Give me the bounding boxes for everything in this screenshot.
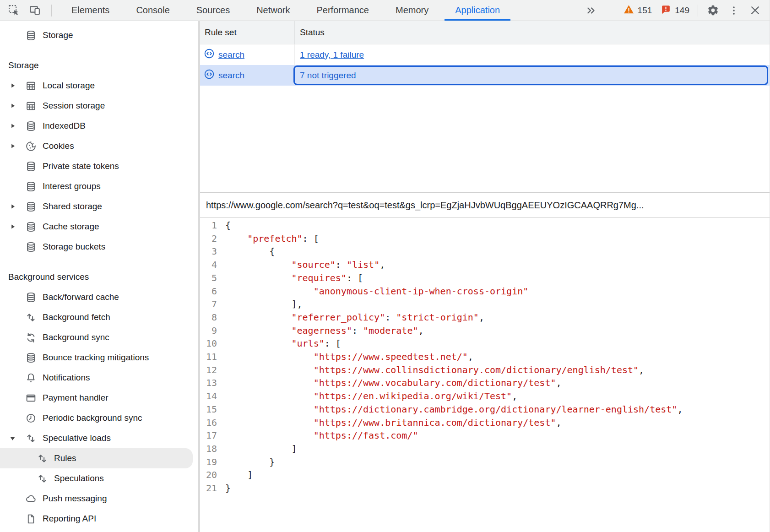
sidebar-item-storage-buckets[interactable]: Storage buckets [0, 237, 193, 257]
chevron-down-icon[interactable] [0, 435, 25, 441]
sidebar-item-label: Speculative loads [43, 433, 111, 443]
line-number: 15 [200, 403, 217, 416]
error-count: 149 [675, 5, 689, 16]
chevron-right-icon[interactable] [0, 143, 25, 149]
card-icon [25, 392, 37, 404]
code-line: "https://www.collinsdictionary.com/dicti… [225, 364, 683, 377]
tab-console[interactable]: Console [123, 0, 183, 21]
chevron-right-icon[interactable] [0, 103, 25, 109]
sidebar-item-interest-groups[interactable]: Interest groups [0, 176, 193, 196]
warnings-counter[interactable]: 151 [623, 4, 652, 17]
sidebar-item-label: Private state tokens [43, 161, 119, 171]
sidebar-item-speculations[interactable]: Speculations [0, 468, 193, 489]
sidebar-item-local-storage[interactable]: Local storage [0, 76, 193, 96]
chevron-right-icon[interactable] [0, 83, 25, 88]
code-line: "prefetch": [ [225, 232, 683, 245]
close-icon[interactable] [747, 2, 763, 19]
chevron-right-icon[interactable] [0, 224, 25, 229]
sidebar-item-rules[interactable]: Rules [0, 448, 193, 468]
sidebar-item-cookies[interactable]: Cookies [0, 136, 193, 156]
line-number: 6 [200, 285, 217, 298]
line-number: 17 [200, 429, 217, 442]
line-number: 7 [200, 298, 217, 311]
sidebar-item-shared-storage[interactable]: Shared storage [0, 196, 193, 217]
sidebar-item-bounce-tracking-mitigations[interactable]: Bounce tracking mitigations [0, 347, 193, 368]
sidebar-item-label: Reporting API [43, 514, 96, 524]
speculative-loads-main: Rule set Status search1 ready, 1 failure… [200, 21, 770, 532]
application-sidebar[interactable]: StorageStorageLocal storageSession stora… [0, 21, 200, 532]
clock-icon [25, 413, 37, 424]
code-line: } [225, 456, 683, 469]
line-number: 9 [200, 324, 217, 337]
cloud-icon [25, 493, 37, 505]
settings-gear-icon[interactable] [705, 2, 721, 19]
tab-performance[interactable]: Performance [304, 0, 383, 21]
ruleset-link[interactable]: search [218, 50, 244, 60]
chevron-right-icon[interactable] [0, 123, 25, 129]
code-line: "requires": [ [225, 271, 683, 285]
tab-network[interactable]: Network [243, 0, 303, 21]
code-line: } [225, 482, 683, 495]
status-link[interactable]: 7 not triggered [300, 71, 356, 81]
code-line: "https://en.wikipedia.org/wiki/Test", [225, 390, 683, 403]
sidebar-section-title-background-services: Background services [0, 267, 198, 287]
column-header-status[interactable]: Status [295, 21, 325, 44]
ruleset-table-empty [200, 86, 770, 192]
sidebar-item-label: Cache storage [43, 222, 99, 232]
column-header-rule-set[interactable]: Rule set [200, 21, 295, 44]
inspect-icon[interactable] [5, 2, 22, 19]
sidebar-item-label: Periodic background sync [43, 413, 142, 423]
sync-icon [25, 332, 37, 343]
sidebar-item-label: Push messaging [43, 494, 107, 504]
errors-counter[interactable]: 149 [660, 4, 689, 17]
sidebar-item-label: IndexedDB [43, 121, 86, 131]
code-circle-icon [204, 69, 215, 82]
sidebar-item-label: Bounce tracking mitigations [43, 353, 149, 363]
database-icon [25, 120, 37, 132]
table-row[interactable]: search7 not triggered [200, 65, 770, 86]
tab-elements[interactable]: Elements [58, 0, 123, 21]
database-icon [25, 161, 37, 172]
line-number: 16 [200, 416, 217, 429]
sidebar-item-back-forward-cache[interactable]: Back/forward cache [0, 287, 193, 307]
ruleset-source-url: https://www.google.com/search?q=test&oq=… [200, 193, 770, 218]
tab-application[interactable]: Application [442, 0, 513, 21]
tab-sources[interactable]: Sources [183, 0, 243, 21]
table-row[interactable]: search1 ready, 1 failure [200, 44, 770, 65]
ruleset-table-rows: search1 ready, 1 failuresearch7 not trig… [200, 44, 770, 86]
devtools-content: StorageStorageLocal storageSession stora… [0, 21, 770, 532]
line-number: 14 [200, 390, 217, 403]
sidebar-item-background-fetch[interactable]: Background fetch [0, 307, 193, 327]
more-tabs-button[interactable] [583, 2, 599, 19]
line-number: 21 [200, 482, 217, 495]
updown-icon [37, 473, 48, 484]
database-icon [25, 201, 37, 212]
code-circle-icon [204, 48, 215, 61]
sidebar-item-indexeddb[interactable]: IndexedDB [0, 116, 193, 136]
sidebar-item-private-state-tokens[interactable]: Private state tokens [0, 156, 193, 176]
tab-memory[interactable]: Memory [382, 0, 442, 21]
sidebar-item-periodic-background-sync[interactable]: Periodic background sync [0, 408, 193, 428]
toolbar-left [0, 2, 58, 19]
sidebar-item-background-sync[interactable]: Background sync [0, 327, 193, 347]
code-line: ], [225, 298, 683, 311]
sidebar-item-speculative-loads[interactable]: Speculative loads [0, 428, 193, 448]
ruleset-cell: search [200, 65, 295, 86]
sidebar-item-push-messaging[interactable]: Push messaging [0, 489, 193, 509]
toolbar-right: 151 149 [581, 2, 770, 19]
code-line: "https://www.speedtest.net/", [225, 350, 683, 364]
sidebar-item-reporting-api[interactable]: Reporting API [0, 509, 193, 529]
sidebar-item-notifications[interactable]: Notifications [0, 368, 193, 388]
chevron-right-icon[interactable] [0, 204, 25, 209]
kebab-menu-icon[interactable] [726, 2, 742, 19]
sidebar-item-payment-handler[interactable]: Payment handler [0, 388, 193, 408]
sidebar-item-storage[interactable]: Storage [0, 25, 193, 45]
toolbar-divider [51, 5, 52, 16]
sidebar-item-cache-storage[interactable]: Cache storage [0, 217, 193, 237]
sidebar-item-session-storage[interactable]: Session storage [0, 96, 193, 116]
code-line: ] [225, 442, 683, 456]
ruleset-link[interactable]: search [218, 71, 244, 81]
sidebar-item-label: Notifications [43, 373, 90, 383]
status-link[interactable]: 1 ready, 1 failure [300, 50, 364, 60]
device-toolbar-icon[interactable] [27, 2, 43, 19]
